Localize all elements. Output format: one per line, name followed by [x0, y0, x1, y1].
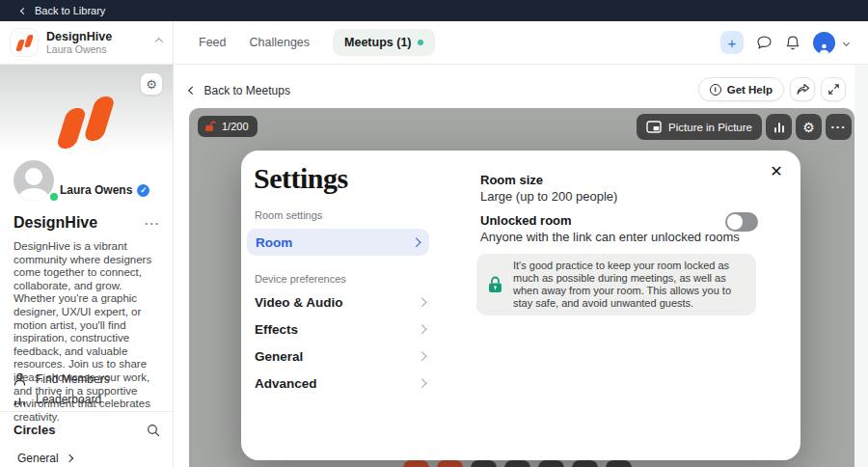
settings-modal: ✕ Settings Room settings Room Device pre…: [241, 151, 800, 460]
room-size-title: Room size: [480, 173, 543, 187]
member-name[interactable]: Laura Owens: [60, 183, 132, 197]
expand-button[interactable]: [821, 77, 846, 101]
main-nav: Feed Challenges Meetups (1) +: [174, 21, 868, 65]
community-name: DesignHive: [46, 30, 112, 43]
chevron-right-icon: [65, 454, 72, 462]
unlocked-room-title: Unlocked room: [480, 213, 572, 228]
search-icon[interactable]: [147, 424, 160, 437]
call-more-button[interactable]: ···: [826, 114, 852, 140]
settings-title: Settings: [254, 162, 348, 195]
call-button-5[interactable]: [538, 460, 564, 467]
community-settings-button[interactable]: ⚙: [141, 73, 162, 95]
person-icon: [14, 372, 26, 386]
settings-nav-video-audio[interactable]: Video & Audio: [255, 295, 424, 310]
tab-meetups[interactable]: Meetups (1): [333, 29, 434, 56]
account-avatar[interactable]: [813, 32, 835, 54]
live-indicator-dot: [418, 40, 423, 45]
more-options-icon[interactable]: ···: [145, 216, 160, 231]
app-window: Back to Library DesignHive Laura Owens ⚙: [0, 0, 868, 467]
community-brand-logo: [60, 96, 116, 149]
close-icon: ✕: [770, 162, 782, 180]
unlocked-room-description: Anyone with the link can enter unlocked …: [480, 230, 740, 244]
share-button[interactable]: [790, 77, 815, 101]
notifications-button[interactable]: [785, 35, 800, 51]
verified-badge-icon: ✓: [137, 184, 149, 197]
call-stats-button[interactable]: [766, 114, 792, 140]
room-size-value: Large (up to 200 people): [480, 189, 617, 204]
info-icon: i: [710, 84, 721, 96]
lock-tip-box: It's good practice to keep your room loc…: [476, 254, 756, 316]
picture-in-picture-button[interactable]: Picture in Picture: [637, 114, 762, 140]
sidebar-item-leaderboard[interactable]: Leaderboard: [14, 393, 101, 406]
gear-icon: ⚙: [802, 121, 815, 134]
room-settings-label: Room settings: [255, 209, 322, 221]
share-arrow-icon: [796, 83, 810, 96]
call-button-7[interactable]: [606, 460, 632, 467]
bell-icon: [785, 35, 800, 51]
tab-challenges[interactable]: Challenges: [250, 36, 311, 49]
lock-tip-text: It's good practice to keep your room loc…: [513, 260, 743, 310]
chevron-right-icon: [417, 352, 425, 361]
more-icon: ···: [831, 120, 847, 134]
messages-button[interactable]: [756, 35, 773, 50]
plus-icon: +: [728, 35, 737, 51]
call-button-2[interactable]: [437, 460, 463, 467]
settings-nav-general[interactable]: General: [255, 349, 424, 364]
settings-nav-advanced[interactable]: Advanced: [255, 376, 424, 391]
community-logo-icon: [10, 28, 39, 57]
back-chevron-icon: [189, 87, 197, 95]
room-occupancy-badge: 1/200: [198, 116, 258, 137]
locked-padlock-icon: [488, 276, 502, 293]
account-chevron-down-icon[interactable]: [843, 39, 850, 45]
chevron-right-icon: [417, 298, 425, 307]
toggle-knob: [727, 214, 743, 230]
occupancy-count: 1/200: [222, 121, 249, 132]
device-preferences-label: Device preferences: [255, 273, 346, 285]
sidebar-item-find-members[interactable]: Find Members: [14, 372, 110, 386]
chevron-up-icon[interactable]: [154, 39, 162, 46]
call-button-1[interactable]: [403, 460, 429, 467]
bar-chart-icon: [14, 394, 26, 406]
close-button[interactable]: ✕: [765, 159, 788, 182]
community-about-title: DesignHive: [14, 214, 97, 232]
tab-feed[interactable]: Feed: [199, 36, 227, 49]
top-bar: Back to Library: [0, 0, 868, 21]
chevron-right-icon: [417, 325, 425, 334]
expand-arrows-icon: [827, 83, 840, 96]
sidebar-divider: [0, 411, 173, 412]
online-status-dot: [48, 191, 60, 203]
back-to-meetups-link[interactable]: Back to Meetups: [190, 84, 290, 97]
right-gutter: [854, 65, 868, 467]
circles-section-title: Circles: [14, 423, 55, 437]
get-help-button[interactable]: i Get Help: [698, 77, 784, 101]
general-circle-label: General: [17, 452, 59, 465]
back-chevron-icon: [20, 7, 27, 14]
community-switcher[interactable]: DesignHive Laura Owens: [0, 21, 173, 65]
leaderboard-label: Leaderboard: [36, 393, 101, 406]
call-button-4[interactable]: [504, 460, 530, 467]
settings-nav-room[interactable]: Room: [247, 229, 429, 256]
chat-bubble-icon: [756, 35, 773, 50]
unlocked-room-toggle[interactable]: [725, 212, 758, 232]
person-icon: [818, 42, 830, 54]
sidebar-item-general-circle[interactable]: General: [17, 452, 72, 465]
chevron-right-icon: [411, 237, 420, 246]
sidebar: DesignHive Laura Owens ⚙ Laura Owens ✓ D…: [0, 21, 174, 467]
create-button[interactable]: +: [720, 31, 744, 54]
chevron-right-icon: [417, 379, 425, 388]
call-button-6[interactable]: [572, 460, 598, 467]
unlocked-padlock-icon: [204, 121, 217, 132]
settings-nav-effects[interactable]: Effects: [255, 322, 424, 337]
call-button-3[interactable]: [471, 460, 497, 467]
back-to-library-link[interactable]: Back to Library: [35, 5, 105, 16]
picture-in-picture-icon: [646, 121, 662, 133]
find-members-label: Find Members: [36, 372, 110, 386]
call-toolbar: [403, 460, 632, 467]
call-settings-button[interactable]: ⚙: [796, 114, 822, 140]
community-owner: Laura Owens: [46, 43, 112, 55]
bar-chart-icon: [773, 121, 786, 134]
gear-icon: ⚙: [146, 77, 157, 92]
